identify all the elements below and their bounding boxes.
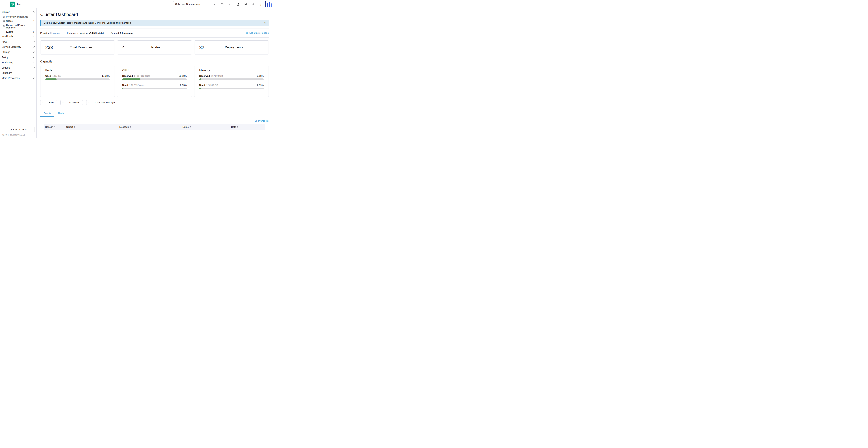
sidebar-section-label: Service Discovery (2, 45, 21, 48)
sort-icon[interactable] (237, 126, 238, 128)
header-icons: ⋮ (220, 2, 262, 6)
capacity-card-title: CPU (122, 69, 187, 72)
sort-icon[interactable] (54, 126, 55, 128)
sidebar-section-storage[interactable]: Storage (0, 50, 36, 55)
column-label: Object (66, 126, 73, 128)
namespace-filter-select[interactable]: Only User Namespaces (173, 1, 217, 7)
capacity-row-detail: 139 / 800 (53, 75, 61, 77)
capacity-card-pods: Pods Used 139 / 800 17.38% (40, 66, 115, 97)
capacity-card-memory: Memory Reserved 16 / 503 GiB 3.18% Used … (194, 66, 269, 97)
column-header-object[interactable]: Object (65, 124, 118, 130)
component-controller-manager: ✓ Controller Manager (86, 100, 118, 105)
harvester-logo-icon[interactable] (10, 2, 15, 7)
sidebar-nav: Cluster Projects/Namespaces Nodes 4 Clus… (0, 8, 36, 125)
tab-alerts[interactable]: Alerts (54, 110, 67, 117)
chevron-down-icon (33, 56, 35, 58)
k8s-value: v1.25.9 (89, 32, 97, 34)
sidebar-section-more-resources[interactable]: More Resources (0, 75, 36, 81)
check-icon: ✓ (40, 100, 46, 105)
sidebar-item-nodes[interactable]: Nodes 4 (0, 19, 36, 23)
column-label: Name (182, 126, 189, 128)
add-cluster-badge-link[interactable]: ▦ Add Cluster Badge (246, 32, 269, 34)
progress-fill (199, 88, 201, 89)
tab-events[interactable]: Events (40, 110, 54, 117)
sort-icon[interactable] (190, 126, 191, 128)
import-yaml-icon[interactable] (244, 2, 247, 6)
sidebar-section-label: Logging (2, 66, 10, 69)
sidebar-section-logging[interactable]: Logging (0, 65, 36, 70)
stat-card-deployments: 32 Deployments (194, 40, 269, 55)
column-header-reason[interactable]: Reason (44, 124, 65, 130)
stat-value: 4 (122, 45, 125, 50)
chevron-up-icon (33, 11, 35, 13)
provider-link[interactable]: Harvester (50, 32, 61, 34)
stat-value: 32 (199, 45, 204, 50)
info-banner: Use the new Cluster Tools to manage and … (40, 20, 269, 26)
sidebar-section-cluster[interactable]: Cluster (0, 9, 36, 14)
user-avatar[interactable] (265, 1, 272, 7)
provider-label: Provider: (40, 32, 50, 34)
sidebar-section-apps[interactable]: Apps (0, 39, 36, 44)
close-icon[interactable]: ✕ (264, 21, 266, 24)
sidebar-section-monitoring[interactable]: Monitoring (0, 60, 36, 65)
column-header-message[interactable]: Message (118, 124, 181, 130)
cluster-meta-row: Provider: Harvester Kubernetes Version: … (40, 32, 269, 34)
capacity-row-label: Reserved (199, 74, 210, 77)
cluster-name: ha... (17, 3, 22, 5)
cluster-tools-button[interactable]: ⚙ Cluster Tools (2, 127, 35, 132)
column-header-date[interactable]: Date (230, 124, 265, 130)
search-icon[interactable] (252, 3, 255, 6)
k8s-suffix: +rke2r1 (97, 32, 104, 34)
check-icon: ✓ (61, 100, 66, 105)
progress-fill (199, 78, 202, 80)
capacity-card-cpu: CPU Reserved 54.11 / 192 cores 28.18% Us… (117, 66, 192, 97)
upload-icon[interactable] (220, 2, 224, 6)
progress-fill (45, 78, 57, 80)
capacity-card-title: Pods (45, 69, 110, 72)
chevron-down-icon (33, 45, 35, 47)
sidebar-section-workloads[interactable]: Workloads (0, 34, 36, 39)
created-value: 9 hours ago (120, 32, 133, 34)
stat-card-total-resources: 233 Total Resources (40, 40, 115, 55)
folder-icon (3, 31, 5, 33)
stat-label: Total Resources (53, 45, 110, 49)
gear-icon: ⚙ (10, 128, 12, 131)
capacity-row: Used 139 / 800 17.38% (45, 74, 110, 77)
chevron-down-icon (33, 77, 35, 78)
full-events-list-link[interactable]: Full events list (253, 120, 268, 122)
created-meta: Created: 9 hours ago (111, 32, 133, 34)
kebab-menu-icon[interactable]: ⋮ (259, 2, 262, 6)
sidebar-section-service-discovery[interactable]: Service Discovery (0, 44, 36, 50)
progress-bar (199, 78, 264, 80)
events-table-body (44, 130, 265, 135)
sort-icon[interactable] (74, 126, 75, 128)
sidebar-item-label: Events (6, 31, 13, 33)
kubectl-shell-icon[interactable] (228, 2, 231, 6)
sidebar-section-policy[interactable]: Policy (0, 55, 36, 60)
events-table-header: Reason Object Message Name (44, 124, 265, 130)
events-table: Reason Object Message Name (44, 124, 265, 135)
progress-fill (122, 78, 141, 80)
sidebar-item-cluster-project-members[interactable]: Cluster and Project Members (0, 23, 36, 30)
top-header: ha... Only User Namespaces ⋮ (0, 0, 272, 8)
stat-cards: 233 Total Resources 4 Nodes 32 Deploymen… (40, 40, 269, 55)
file-icon[interactable] (236, 2, 239, 6)
sidebar-item-events[interactable]: Events 0 (0, 30, 36, 34)
capacity-row-percent: 0.53% (180, 84, 187, 87)
created-label: Created: (111, 32, 119, 34)
sidebar-item-projects-namespaces[interactable]: Projects/Namespaces (0, 14, 36, 19)
component-etcd: ✓ Etcd (40, 100, 57, 105)
stat-label: Nodes (125, 45, 187, 49)
sort-icon[interactable] (130, 126, 131, 128)
sidebar-section-label: Policy (2, 56, 8, 59)
column-header-name[interactable]: Name (181, 124, 230, 130)
sidebar-section-longhorn[interactable]: Longhorn (0, 70, 36, 75)
sidebar-section-label: Cluster (2, 10, 9, 13)
sidebar: Cluster Projects/Namespaces Nodes 4 Clus… (0, 8, 37, 138)
hamburger-menu-icon[interactable] (2, 3, 6, 5)
provider-meta: Provider: Harvester (40, 32, 60, 34)
stat-value: 233 (45, 45, 53, 50)
check-icon: ✓ (87, 100, 92, 105)
capacity-row-percent: 3.18% (257, 74, 264, 77)
globe-icon (3, 15, 5, 18)
